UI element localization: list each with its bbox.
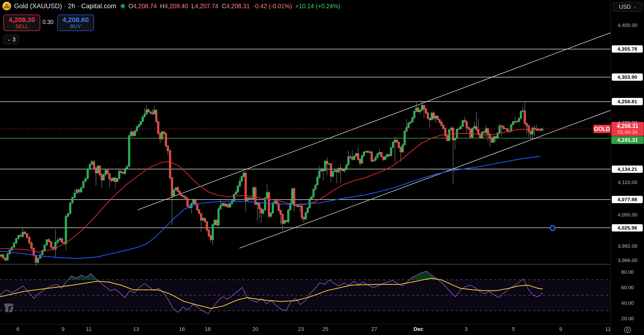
candle-up[interactable] xyxy=(542,129,543,130)
candle-up[interactable] xyxy=(65,216,67,244)
candle-down[interactable] xyxy=(109,174,110,179)
candle-up[interactable] xyxy=(202,218,204,220)
candle-up[interactable] xyxy=(390,148,392,156)
candle-down[interactable] xyxy=(4,258,6,260)
candle-down[interactable] xyxy=(122,173,124,174)
candle-down[interactable] xyxy=(35,255,37,262)
candle-down[interactable] xyxy=(423,105,425,109)
line-price-badge[interactable]: 4,355.78 xyxy=(612,45,643,53)
candle-up[interactable] xyxy=(288,210,289,222)
candle-down[interactable] xyxy=(210,236,212,240)
candle-down[interactable] xyxy=(95,168,97,173)
symbol-title[interactable]: Gold (XAUUSD) · 2h · Capital.com xyxy=(14,3,116,10)
candle-down[interactable] xyxy=(132,132,134,136)
candle-up[interactable] xyxy=(414,111,415,118)
candle-down[interactable] xyxy=(177,188,179,191)
drawing-handle[interactable] xyxy=(550,226,555,230)
candle-up[interactable] xyxy=(324,161,326,171)
candle-down[interactable] xyxy=(169,151,171,178)
candle-up[interactable] xyxy=(118,171,120,178)
candle-down[interactable] xyxy=(260,209,262,213)
candle-up[interactable] xyxy=(454,138,456,140)
candle-down[interactable] xyxy=(228,204,229,207)
candle-up[interactable] xyxy=(311,197,312,199)
candle-down[interactable] xyxy=(185,197,186,199)
candle-down[interactable] xyxy=(441,122,442,125)
candle-up[interactable] xyxy=(16,238,17,243)
candle-down[interactable] xyxy=(148,110,150,112)
candle-up[interactable] xyxy=(235,192,237,194)
candle-down[interactable] xyxy=(278,203,280,210)
candle-down[interactable] xyxy=(99,166,101,175)
candle-down[interactable] xyxy=(342,170,344,171)
candle-down[interactable] xyxy=(206,222,208,230)
candle-down[interactable] xyxy=(165,134,167,146)
candle-down[interactable] xyxy=(303,217,305,219)
candle-up[interactable] xyxy=(226,204,227,206)
candle-down[interactable] xyxy=(78,190,80,192)
candle-up[interactable] xyxy=(218,209,220,225)
candle-up[interactable] xyxy=(59,238,61,240)
time-axis[interactable]: 691113161820232527Dec35911 xyxy=(0,324,644,335)
candle-up[interactable] xyxy=(138,125,140,127)
candle-down[interactable] xyxy=(26,234,28,238)
candle-down[interactable] xyxy=(464,121,466,121)
candle-down[interactable] xyxy=(181,195,183,196)
candle-up[interactable] xyxy=(270,213,272,216)
candle-down[interactable] xyxy=(530,131,532,134)
candle-down[interactable] xyxy=(286,221,287,222)
chart-canvas[interactable] xyxy=(0,0,610,324)
candle-down[interactable] xyxy=(2,255,4,258)
candle-down[interactable] xyxy=(107,170,108,174)
candle-up[interactable] xyxy=(510,125,512,131)
candle-down[interactable] xyxy=(101,175,103,180)
candle-up[interactable] xyxy=(435,116,436,118)
candle-down[interactable] xyxy=(429,118,431,120)
candle-up[interactable] xyxy=(243,173,245,176)
candle-up[interactable] xyxy=(140,121,142,125)
candle-down[interactable] xyxy=(268,192,270,216)
candle-down[interactable] xyxy=(208,230,210,236)
candle-up[interactable] xyxy=(412,118,413,122)
candle-down[interactable] xyxy=(280,210,282,214)
candle-up[interactable] xyxy=(408,123,410,128)
candle-up[interactable] xyxy=(105,170,106,175)
candle-up[interactable] xyxy=(142,117,144,121)
candle-up[interactable] xyxy=(87,169,89,178)
candle-down[interactable] xyxy=(528,126,530,131)
candle-down[interactable] xyxy=(20,235,22,236)
candle-down[interactable] xyxy=(24,232,26,234)
candle-up[interactable] xyxy=(80,188,82,192)
candle-up[interactable] xyxy=(76,190,78,193)
candle-down[interactable] xyxy=(114,178,116,182)
candle-up[interactable] xyxy=(379,152,380,154)
candle-down[interactable] xyxy=(437,116,438,119)
candle-up[interactable] xyxy=(82,181,84,188)
candle-down[interactable] xyxy=(120,171,122,172)
candle-up[interactable] xyxy=(313,189,314,197)
candle-down[interactable] xyxy=(514,121,516,122)
candle-up[interactable] xyxy=(233,194,235,201)
candle-down[interactable] xyxy=(340,168,342,170)
candle-down[interactable] xyxy=(425,109,427,113)
candle-up[interactable] xyxy=(126,167,128,169)
candle-up[interactable] xyxy=(161,132,163,139)
candle-up[interactable] xyxy=(292,189,293,203)
candle-up[interactable] xyxy=(13,243,15,247)
candle-down[interactable] xyxy=(183,196,184,197)
candle-up[interactable] xyxy=(37,258,39,262)
candle-down[interactable] xyxy=(61,238,63,242)
candle-up[interactable] xyxy=(175,188,177,190)
candle-down[interactable] xyxy=(224,203,225,206)
candle-up[interactable] xyxy=(474,127,475,128)
buy-button[interactable]: 4,208.60 BUY xyxy=(57,15,94,31)
candle-up[interactable] xyxy=(274,201,276,203)
candle-down[interactable] xyxy=(326,161,328,164)
candle-down[interactable] xyxy=(359,160,361,163)
trendline-upper[interactable] xyxy=(138,33,610,210)
candle-up[interactable] xyxy=(462,121,464,127)
candle-up[interactable] xyxy=(328,164,330,164)
candle-up[interactable] xyxy=(369,152,371,152)
candle-up[interactable] xyxy=(365,151,367,152)
candle-up[interactable] xyxy=(375,157,376,160)
